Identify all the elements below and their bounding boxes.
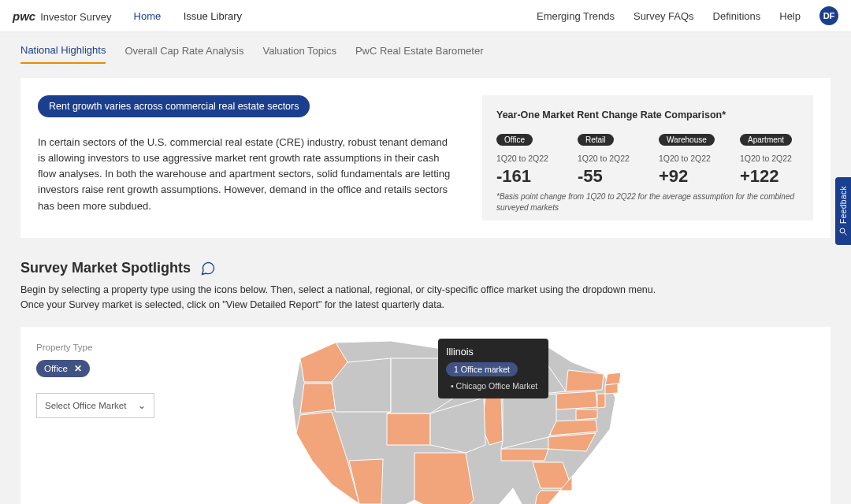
state-ma: [605, 372, 621, 385]
tab-valuation-topics[interactable]: Valuation Topics: [262, 38, 336, 63]
state-tn: [501, 449, 548, 461]
state-tx: [414, 453, 474, 505]
spotlight-title-row: Survey Market Spotlights: [20, 260, 831, 276]
spotlight-card: Property Type Office ✕ Select Office Mar…: [20, 327, 831, 505]
nav-emerging-trends[interactable]: Emerging Trends: [537, 10, 615, 22]
comparison-panel: Year-One Market Rent Change Rate Compari…: [482, 95, 813, 220]
metric-value: -55: [578, 166, 637, 187]
feedback-tab[interactable]: Feedback: [835, 177, 851, 245]
tooltip-state-name: Illinois: [446, 346, 541, 358]
spotlight-section: Survey Market Spotlights Begin by select…: [0, 238, 851, 504]
state-co: [387, 413, 430, 445]
tooltip-count-pill: 1 Office market: [446, 362, 518, 376]
state-or: [300, 384, 336, 413]
svg-point-0: [840, 228, 845, 233]
metric-tag: Office: [496, 134, 533, 146]
spotlight-title: Survey Market Spotlights: [20, 260, 191, 276]
brand: pwc Investor Survey: [13, 9, 112, 23]
brand-logo-text: pwc: [13, 9, 35, 23]
metric-tag: Warehouse: [659, 134, 715, 146]
dropdown-placeholder: Select Office Market: [45, 401, 126, 410]
tab-national-highlights[interactable]: National Highlights: [20, 37, 106, 64]
nav-home[interactable]: Home: [134, 10, 162, 22]
metric-value: +92: [659, 166, 718, 187]
highlight-paragraph: In certain sectors of the U.S. commercia…: [38, 135, 457, 214]
highlight-left: Rent growth varies across commercial rea…: [38, 95, 457, 220]
state-md: [576, 410, 597, 420]
property-type-pill-label: Office: [44, 364, 68, 373]
metric-value: -161: [496, 166, 556, 187]
metric-tag: Apartment: [740, 134, 792, 146]
avatar[interactable]: DF: [819, 6, 838, 25]
metric-retail: Retail 1Q20 to 2Q22 -55: [578, 132, 637, 187]
metric-period: 1Q20 to 2Q22: [496, 154, 556, 163]
tab-barometer[interactable]: PwC Real Estate Barometer: [355, 38, 484, 63]
nav-help[interactable]: Help: [779, 10, 801, 22]
highlight-pill: Rent growth varies across commercial rea…: [38, 95, 310, 117]
brand-subtitle: Investor Survey: [40, 11, 111, 23]
close-icon[interactable]: ✕: [74, 363, 82, 374]
feedback-label: Feedback: [839, 186, 848, 224]
metric-period: 1Q20 to 2Q22: [659, 154, 718, 163]
nav-issue-library[interactable]: Issue Library: [184, 10, 242, 22]
state-ct: [605, 384, 618, 394]
magnify-icon: [838, 227, 848, 236]
tab-overall-cap-rate[interactable]: Overall Cap Rate Analysis: [124, 38, 243, 63]
state-pa: [556, 391, 597, 410]
spotlight-sub1: Begin by selecting a property type using…: [20, 283, 831, 298]
svg-line-1: [845, 232, 847, 235]
speech-bubble-icon: [200, 261, 216, 276]
comparison-row: Office 1Q20 to 2Q22 -161 Retail 1Q20 to …: [496, 132, 799, 187]
metric-period: 1Q20 to 2Q22: [740, 154, 799, 163]
metric-tag: Retail: [578, 134, 614, 146]
right-nav: Emerging Trends Survey FAQs Definitions …: [537, 6, 838, 25]
metric-apartment: Apartment 1Q20 to 2Q22 +122: [740, 132, 799, 187]
map-tooltip: Illinois 1 Office market Chicago Office …: [438, 339, 548, 398]
state-nj: [597, 394, 605, 408]
metric-office: Office 1Q20 to 2Q22 -161: [496, 132, 556, 187]
metric-warehouse: Warehouse 1Q20 to 2Q22 +92: [659, 132, 718, 187]
spotlight-sub2: Once your Survey market is selected, cli…: [20, 298, 831, 313]
select-market-dropdown[interactable]: Select Office Market ⌄: [36, 393, 154, 418]
chevron-down-icon: ⌄: [138, 400, 146, 411]
tooltip-market-item[interactable]: Chicago Office Market: [446, 381, 541, 391]
property-type-pill[interactable]: Office ✕: [36, 360, 90, 377]
metric-value: +122: [740, 166, 799, 187]
highlight-card: Rent growth varies across commercial rea…: [20, 78, 831, 238]
comparison-footnote: *Basis point change from 1Q20 to 2Q22 fo…: [496, 191, 799, 213]
state-ny: [566, 370, 604, 391]
property-type-block: Property Type Office ✕ Select Office Mar…: [36, 343, 202, 418]
comparison-title: Year-One Market Rent Change Rate Compari…: [496, 109, 799, 120]
property-type-label: Property Type: [36, 343, 202, 352]
tabs-bar: National Highlights Overall Cap Rate Ana…: [0, 32, 851, 64]
nav-survey-faqs[interactable]: Survey FAQs: [634, 10, 694, 22]
metric-period: 1Q20 to 2Q22: [578, 154, 637, 163]
nav-definitions[interactable]: Definitions: [713, 10, 761, 22]
top-bar: pwc Investor Survey Home Issue Library E…: [0, 0, 851, 32]
primary-nav: Home Issue Library: [134, 9, 262, 23]
